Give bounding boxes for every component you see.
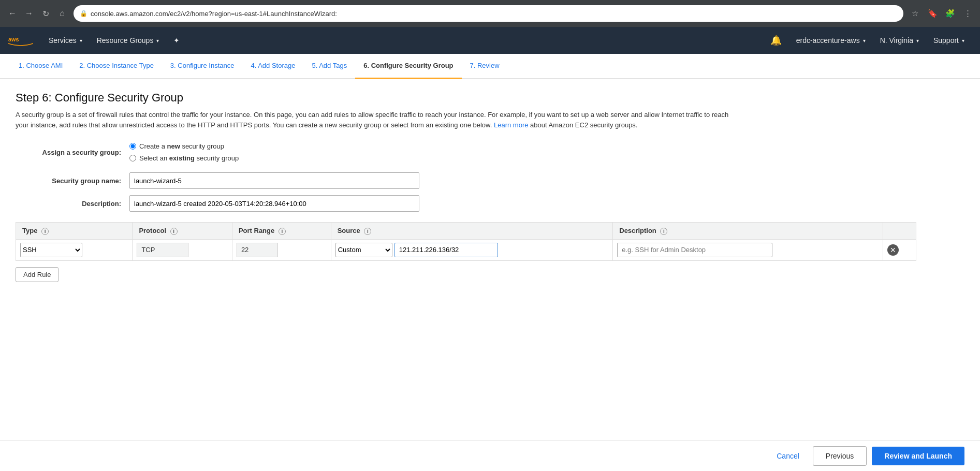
- previous-button[interactable]: Previous: [813, 446, 867, 466]
- browser-chrome: ← → ↻ ⌂ 🔒 console.aws.amazon.com/ec2/v2/…: [0, 0, 980, 27]
- forward-button[interactable]: →: [22, 6, 36, 21]
- select-existing-radio[interactable]: [129, 155, 136, 161]
- wizard-step-6[interactable]: 6. Configure Security Group: [355, 54, 461, 79]
- region-label: N. Virginia: [880, 36, 913, 45]
- page-description: A security group is a set of firewall ru…: [16, 110, 740, 130]
- wizard-step-5[interactable]: 5. Add Tags: [303, 54, 355, 79]
- description-cell: [613, 239, 883, 260]
- assign-sg-row: Assign a security group: Create a new se…: [16, 142, 916, 162]
- sg-description-input[interactable]: [129, 195, 419, 212]
- source-info-icon[interactable]: i: [364, 228, 371, 235]
- learn-more-link[interactable]: Learn more: [494, 121, 528, 129]
- step-5-label: 5. Add Tags: [312, 62, 347, 69]
- create-new-radio[interactable]: [129, 143, 136, 150]
- step-4-label: 4. Add Storage: [251, 62, 295, 69]
- description-suffix: about Amazon EC2 security groups.: [530, 121, 637, 129]
- port-range-column-header: Port Range i: [232, 223, 331, 240]
- description-column-header: Description i: [613, 223, 883, 240]
- account-label: erdc-accenture-aws: [796, 36, 860, 45]
- browser-toolbar-icons: ☆ 🔖 🧩 ⋮: [908, 6, 975, 21]
- remove-rule-button[interactable]: ✕: [887, 244, 899, 256]
- sg-name-label: Security group name:: [16, 177, 129, 185]
- account-nav-item[interactable]: erdc-accenture-aws ▾: [789, 27, 873, 54]
- source-cell-content: Custom Anywhere My IP: [335, 243, 609, 257]
- support-nav-item[interactable]: Support ▾: [926, 27, 972, 54]
- services-label: Services: [49, 36, 77, 45]
- add-rule-button[interactable]: Add Rule: [16, 267, 58, 282]
- home-button[interactable]: ⌂: [55, 6, 69, 21]
- address-bar[interactable]: 🔒 console.aws.amazon.com/ec2/v2/home?reg…: [74, 5, 903, 22]
- wizard-step-4[interactable]: 4. Add Storage: [242, 54, 303, 79]
- step-6-label: 6. Configure Security Group: [363, 62, 453, 69]
- wizard-step-2[interactable]: 2. Choose Instance Type: [71, 54, 162, 79]
- assign-security-group-section: Assign a security group: Create a new se…: [16, 142, 916, 162]
- services-nav-item[interactable]: Services ▾: [41, 27, 90, 54]
- lock-icon: 🔒: [80, 10, 87, 17]
- protocol-info-icon[interactable]: i: [170, 228, 178, 235]
- footer: Cancel Previous Review and Launch: [0, 440, 980, 471]
- wizard-step-1[interactable]: 1. Choose AMI: [10, 54, 71, 79]
- remove-cell: ✕: [883, 239, 916, 260]
- page-title: Step 6: Configure Security Group: [16, 91, 916, 105]
- create-new-text: Create a new security group: [139, 142, 224, 150]
- browser-nav-buttons: ← → ↻ ⌂: [5, 6, 69, 21]
- resource-groups-nav-item[interactable]: Resource Groups ▾: [90, 27, 167, 54]
- type-select[interactable]: SSH HTTP HTTPS Custom TCP Rule All traff…: [20, 243, 82, 257]
- table-row: SSH HTTP HTTPS Custom TCP Rule All traff…: [16, 239, 916, 260]
- sg-description-label: Description:: [16, 200, 129, 208]
- resource-groups-label: Resource Groups: [97, 36, 154, 45]
- wizard-step-7[interactable]: 7. Review: [462, 54, 508, 79]
- port-info-icon[interactable]: i: [279, 228, 286, 235]
- remove-column-header: [883, 223, 916, 240]
- wizard-step-3[interactable]: 3. Configure Instance: [162, 54, 243, 79]
- step-3-label: 3. Configure Instance: [170, 62, 235, 69]
- region-chevron-icon: ▾: [916, 38, 919, 43]
- notification-bell-icon[interactable]: 🔔: [763, 35, 789, 46]
- description-info-icon[interactable]: i: [660, 228, 667, 235]
- refresh-button[interactable]: ↻: [38, 6, 53, 21]
- review-and-launch-button[interactable]: Review and Launch: [872, 447, 964, 465]
- resource-groups-chevron-icon: ▾: [156, 38, 159, 43]
- sg-description-row: Description:: [16, 195, 916, 212]
- main-content: Step 6: Configure Security Group A secur…: [0, 79, 932, 295]
- create-new-radio-option[interactable]: Create a new security group: [129, 142, 239, 150]
- type-info-icon[interactable]: i: [41, 228, 49, 235]
- assign-sg-label: Assign a security group:: [16, 149, 129, 156]
- account-chevron-icon: ▾: [863, 38, 866, 43]
- aws-nav: aws Services ▾ Resource Groups ▾ ✦ 🔔 erd…: [0, 27, 980, 54]
- protocol-column-header: Protocol i: [133, 223, 232, 240]
- url-text: console.aws.amazon.com/ec2/v2/home?regio…: [91, 10, 897, 18]
- star-icon[interactable]: ☆: [908, 6, 922, 21]
- protocol-cell: [133, 239, 232, 260]
- source-type-select[interactable]: Custom Anywhere My IP: [335, 243, 392, 257]
- port-range-input: [237, 243, 278, 257]
- cancel-button[interactable]: Cancel: [768, 448, 808, 464]
- description-input[interactable]: [617, 243, 772, 257]
- sg-name-row: Security group name:: [16, 172, 916, 189]
- select-existing-radio-option[interactable]: Select an existing security group: [129, 154, 239, 162]
- services-chevron-icon: ▾: [80, 38, 82, 43]
- svg-text:aws: aws: [8, 36, 19, 42]
- type-cell: SSH HTTP HTTPS Custom TCP Rule All traff…: [16, 239, 133, 260]
- sg-name-input[interactable]: [129, 172, 419, 189]
- port-range-cell: [232, 239, 331, 260]
- step-7-label: 7. Review: [470, 62, 500, 69]
- source-ip-input[interactable]: [394, 243, 498, 257]
- source-column-header: Source i: [331, 223, 613, 240]
- sg-name-section: Security group name: Description:: [16, 172, 916, 212]
- bookmark-star-icon: ✦: [173, 36, 180, 45]
- step-2-label: 2. Choose Instance Type: [79, 62, 154, 69]
- bookmark-nav-item[interactable]: ✦: [166, 27, 187, 54]
- source-cell: Custom Anywhere My IP: [331, 239, 613, 260]
- back-button[interactable]: ←: [5, 6, 20, 21]
- select-existing-text: Select an existing security group: [139, 154, 239, 162]
- extensions-icon[interactable]: 🧩: [943, 6, 957, 21]
- rules-table: Type i Protocol i Port Range i Source i …: [16, 222, 916, 261]
- support-label: Support: [933, 36, 959, 45]
- region-nav-item[interactable]: N. Virginia ▾: [873, 27, 926, 54]
- bookmark-icon[interactable]: 🔖: [925, 6, 940, 21]
- wizard-steps: 1. Choose AMI 2. Choose Instance Type 3.…: [0, 54, 980, 79]
- type-column-header: Type i: [16, 223, 133, 240]
- menu-icon[interactable]: ⋮: [960, 6, 975, 21]
- protocol-input: [137, 243, 188, 257]
